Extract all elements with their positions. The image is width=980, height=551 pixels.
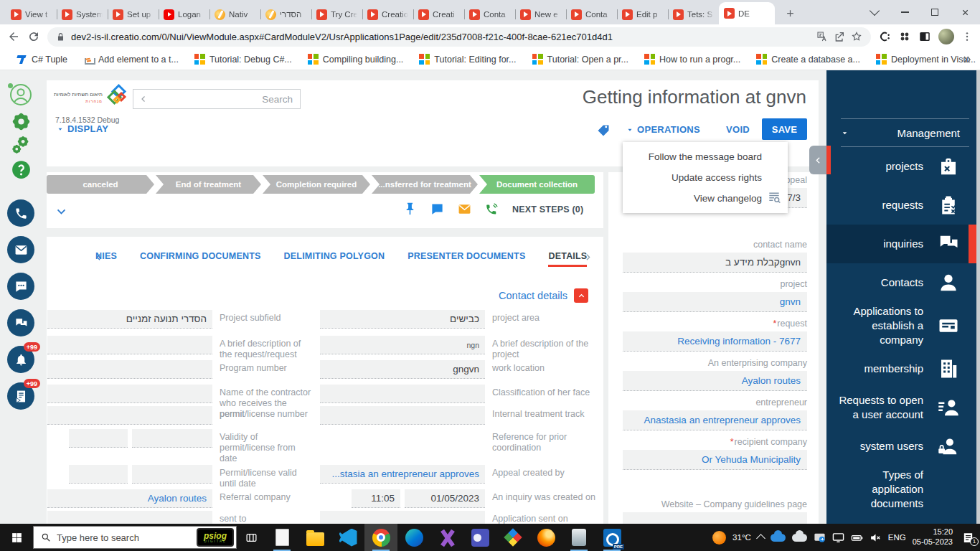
sidebar-item[interactable]: inquiries bbox=[826, 225, 980, 263]
field-value[interactable] bbox=[320, 385, 485, 403]
browser-tab[interactable]: Creati bbox=[413, 4, 464, 24]
browser-tab[interactable]: New e bbox=[515, 4, 566, 24]
stage-step[interactable]: canceled bbox=[47, 175, 154, 194]
rail-item[interactable]: +99 bbox=[7, 346, 34, 373]
browser-tab[interactable]: Conta bbox=[566, 4, 617, 24]
onedrive-icon[interactable] bbox=[771, 534, 786, 542]
browser-tab[interactable]: System bbox=[57, 4, 108, 24]
section-title[interactable]: Contact details bbox=[499, 290, 567, 301]
rail-item[interactable] bbox=[9, 83, 32, 106]
sidebar-collapse-handle[interactable] bbox=[809, 146, 826, 174]
chat-task-icon[interactable] bbox=[430, 202, 444, 216]
tray-overflow-icon[interactable] bbox=[756, 534, 765, 543]
field-value[interactable]: ngn bbox=[320, 336, 485, 354]
clock[interactable]: 15:20 05-05-2023 bbox=[913, 527, 953, 547]
sidebar-item[interactable]: system users bbox=[826, 427, 980, 466]
task-view-button[interactable] bbox=[237, 524, 265, 551]
field-value-secondary[interactable]: 01/05/2023 bbox=[405, 489, 485, 508]
search-back-icon[interactable] bbox=[139, 95, 148, 103]
field-value[interactable]: הסדרי תנועה זמניים bbox=[47, 310, 212, 329]
display-icon[interactable] bbox=[832, 532, 844, 544]
stage-step[interactable]: End of treatment bbox=[156, 175, 261, 194]
bookmark-item[interactable]: Compiling building... bbox=[300, 54, 412, 65]
volume-muted-icon[interactable] bbox=[870, 532, 882, 544]
sidebar-item[interactable]: projects bbox=[826, 147, 980, 186]
field-value[interactable]: Or Yehuda Municipality bbox=[623, 450, 807, 470]
tab-close-icon[interactable] bbox=[760, 9, 770, 19]
taskbar-app-button[interactable] bbox=[430, 524, 463, 551]
bookmark-item[interactable]: Create a database a... bbox=[748, 54, 868, 65]
sidebar-item[interactable]: Types of application documents bbox=[826, 466, 980, 513]
tabs-scroll-right-icon[interactable] bbox=[583, 253, 593, 262]
void-button[interactable]: VOID bbox=[726, 124, 750, 135]
email-task-icon[interactable] bbox=[458, 202, 471, 216]
translate-icon[interactable] bbox=[816, 31, 828, 42]
field-value[interactable] bbox=[320, 406, 485, 425]
menu-kebab-icon[interactable] bbox=[961, 31, 973, 42]
field-value[interactable] bbox=[320, 511, 485, 524]
extension-icon[interactable] bbox=[898, 30, 911, 43]
card-tab[interactable]: NIES bbox=[95, 251, 117, 267]
global-search[interactable] bbox=[133, 89, 301, 109]
card-tab[interactable]: DETAILS bbox=[548, 251, 587, 267]
operations-button[interactable]: OPERATIONS bbox=[626, 124, 700, 135]
rail-item[interactable] bbox=[7, 273, 34, 300]
browser-tab[interactable]: Tets: S bbox=[668, 4, 719, 24]
taskbar-search[interactable]: psiog DIGITAL bbox=[33, 526, 237, 549]
taskbar-app-button[interactable] bbox=[463, 524, 496, 551]
field-value[interactable] bbox=[47, 360, 212, 379]
field-value[interactable]: gnvn bbox=[623, 292, 807, 312]
window-menu-button[interactable] bbox=[859, 0, 890, 24]
field-value-secondary[interactable] bbox=[132, 465, 212, 484]
address-bar[interactable]: dev2-is-il.creatio.com/0/Nui/ViewModule.… bbox=[47, 27, 871, 47]
field-value[interactable] bbox=[47, 511, 212, 524]
bookmark-item[interactable]: C# Tuple bbox=[9, 54, 75, 65]
rail-item[interactable] bbox=[7, 236, 34, 263]
taskbar-app-button[interactable] bbox=[562, 524, 595, 551]
sidebar-item[interactable]: Requests to open a user account bbox=[826, 388, 980, 427]
reload-icon[interactable] bbox=[27, 30, 40, 43]
field-value[interactable]: כבישים bbox=[320, 310, 485, 329]
menu-item-view-changelog[interactable]: View changelog bbox=[623, 188, 788, 209]
sidebar-item[interactable]: membership bbox=[826, 349, 980, 388]
field-value[interactable] bbox=[69, 465, 128, 484]
bookmark-item[interactable]: Add element to a t... bbox=[75, 54, 187, 65]
card-tab[interactable]: PRESENTER DOCUMENTS bbox=[407, 251, 525, 267]
new-tab-button[interactable] bbox=[781, 4, 799, 22]
taskbar-app-button[interactable]: PRE bbox=[595, 524, 628, 551]
card-tab[interactable]: CONFIRMING DOCUMENTS bbox=[140, 251, 261, 267]
cloud-icon[interactable] bbox=[792, 534, 807, 542]
field-value-secondary[interactable] bbox=[132, 429, 212, 448]
expand-chevron-icon[interactable] bbox=[55, 205, 67, 217]
field-value[interactable] bbox=[69, 429, 128, 448]
taskbar-app-button[interactable] bbox=[265, 524, 298, 551]
sidebar-item[interactable]: Applications to establish a company bbox=[826, 302, 980, 349]
maximize-button[interactable] bbox=[920, 0, 950, 24]
share-icon[interactable] bbox=[834, 31, 845, 42]
bookmark-item[interactable]: Tutorial: Editing for... bbox=[411, 54, 524, 65]
sidebar-item[interactable]: Contacts bbox=[826, 263, 980, 302]
stage-step[interactable]: ...nsferred for treatment bbox=[372, 175, 478, 194]
taskbar-app-button[interactable] bbox=[331, 524, 364, 551]
stage-step[interactable]: Document collection bbox=[479, 175, 595, 194]
field-value[interactable]: Ayalon routes bbox=[47, 489, 212, 508]
field-value[interactable]: gngvn bbox=[320, 360, 485, 379]
next-steps-label[interactable]: NEXT STEPS (0) bbox=[512, 204, 583, 215]
taskbar-app-button[interactable] bbox=[496, 524, 529, 551]
battery-icon[interactable] bbox=[851, 532, 863, 544]
field-value[interactable] bbox=[623, 512, 807, 524]
field-value[interactable]: Ayalon routes bbox=[623, 371, 807, 391]
reading-mode-icon[interactable] bbox=[918, 30, 931, 43]
start-button[interactable] bbox=[0, 524, 33, 551]
browser-tab[interactable]: Edit p bbox=[617, 4, 668, 24]
rail-item[interactable]: +99 bbox=[7, 382, 34, 410]
language-label[interactable]: ENG bbox=[888, 533, 906, 542]
taskbar-app-button[interactable] bbox=[397, 524, 430, 551]
call-task-icon[interactable] bbox=[485, 202, 499, 216]
minimize-button[interactable] bbox=[890, 0, 920, 24]
bookmark-item[interactable]: Tutorial: Debug C#... bbox=[187, 54, 300, 65]
bookmark-star-icon[interactable] bbox=[851, 31, 862, 42]
menu-item-update-access-rights[interactable]: Update access rights bbox=[623, 167, 788, 188]
bookmark-item[interactable]: Tutorial: Open a pr... bbox=[524, 54, 636, 65]
search-input[interactable] bbox=[152, 94, 293, 105]
